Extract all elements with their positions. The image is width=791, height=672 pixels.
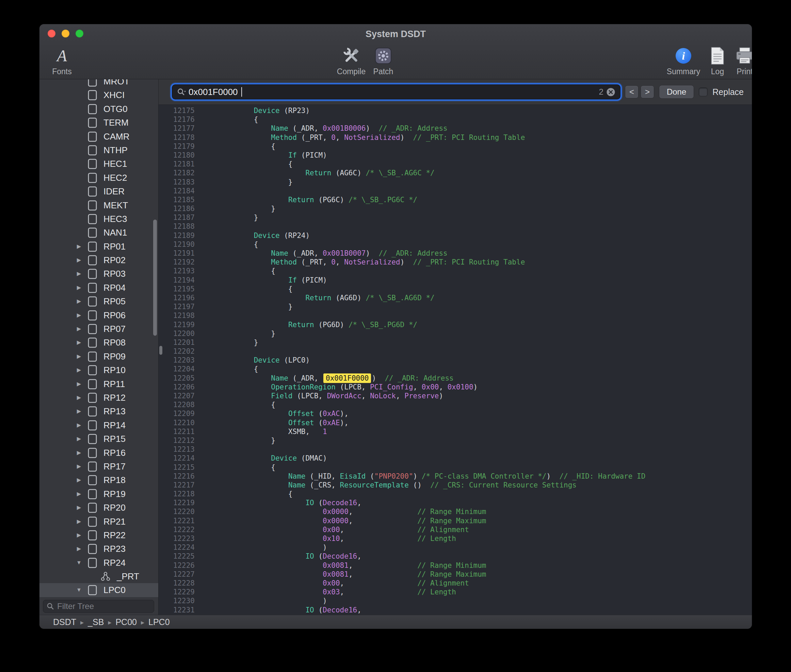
sidebar-item-rp22[interactable]: ▶ RP22 — [40, 528, 158, 542]
disclosure-triangle[interactable]: ▶ — [74, 501, 84, 514]
sidebar-item-rp15[interactable]: ▶ RP15 — [40, 432, 158, 446]
line-number: 12178 — [158, 133, 195, 142]
line-number: 12196 — [158, 293, 195, 302]
filter-tree-field[interactable]: Filter Tree — [43, 600, 154, 613]
disclosure-triangle[interactable]: ▶ — [74, 391, 84, 405]
sidebar-item-_prt[interactable]: _PRT — [40, 570, 158, 583]
previous-match-button[interactable]: < — [625, 85, 639, 98]
disclosure-triangle[interactable]: ▶ — [74, 267, 84, 280]
code-text: Name (_ADR, 0x001B0007) // _ADR: Address — [195, 249, 447, 258]
disclosure-triangle[interactable]: ▼ — [74, 583, 84, 597]
breadcrumb-item-_sb[interactable]: _SB — [88, 617, 104, 627]
sidebar-item-rp11[interactable]: ▶ RP11 — [40, 377, 158, 391]
line-number: 12211 — [158, 427, 195, 436]
disclosure-triangle[interactable]: ▶ — [74, 253, 84, 267]
sidebar-item-nan1[interactable]: NAN1 — [40, 226, 158, 239]
sidebar-item-hec3[interactable]: HEC3 — [40, 212, 158, 226]
sidebar-item-rp03[interactable]: ▶ RP03 — [40, 267, 158, 280]
breadcrumb-item-pc00[interactable]: PC00 — [115, 617, 137, 627]
disclosure-triangle[interactable]: ▶ — [74, 487, 84, 501]
replace-checkbox[interactable] — [699, 88, 708, 96]
line-number: 12220 — [158, 507, 195, 516]
disclosure-triangle[interactable]: ▶ — [74, 309, 84, 322]
code-editor[interactable]: 12175 Device (RP23)12176 {12177 Name (_A… — [158, 105, 752, 615]
fonts-button[interactable]: A Fonts — [45, 45, 79, 76]
compile-button[interactable]: Compile — [334, 45, 368, 76]
line-number: 12186 — [158, 204, 195, 213]
code-text: Return (AG6C) /* \_SB_.AG6C */ — [195, 168, 435, 178]
sidebar-item-rp09[interactable]: ▶ RP09 — [40, 350, 158, 363]
disclosure-triangle[interactable]: ▶ — [74, 542, 84, 555]
sidebar-item-rp19[interactable]: ▶ RP19 — [40, 487, 158, 501]
disclosure-triangle[interactable]: ▶ — [74, 240, 84, 253]
sidebar-item-rp06[interactable]: ▶ RP06 — [40, 309, 158, 322]
disclosure-triangle[interactable]: ▶ — [74, 377, 84, 391]
disclosure-triangle[interactable]: ▶ — [74, 418, 84, 432]
breadcrumb-item-dsdt[interactable]: DSDT — [53, 617, 76, 627]
disclosure-triangle[interactable]: ▶ — [74, 336, 84, 349]
disclosure-triangle[interactable]: ▼ — [74, 556, 84, 570]
scope-icon — [88, 242, 97, 252]
disclosure-triangle[interactable]: ▶ — [74, 515, 84, 528]
disclosure-triangle[interactable]: ▶ — [74, 528, 84, 542]
code-line: 12218 { — [158, 490, 752, 498]
code-text: Field (LPCB, DWordAcc, NoLock, Preserve) — [195, 392, 443, 400]
disclosure-triangle[interactable]: ▶ — [74, 446, 84, 459]
sidebar-scrollbar-thumb[interactable] — [153, 219, 157, 336]
sidebar-item-rp10[interactable]: ▶ RP10 — [40, 363, 158, 377]
sidebar-item-camr[interactable]: CAMR — [40, 130, 158, 143]
sidebar-item-label: NAN1 — [104, 226, 127, 239]
print-button[interactable]: Print — [728, 45, 752, 76]
disclosure-triangle[interactable]: ▶ — [74, 473, 84, 487]
sidebar-item-rp21[interactable]: ▶ RP21 — [40, 515, 158, 528]
sidebar-item-hec1[interactable]: HEC1 — [40, 157, 158, 171]
replace-label: Replace — [713, 87, 744, 97]
sidebar-item-label: RP06 — [104, 309, 126, 322]
sidebar-item-rp01[interactable]: ▶ RP01 — [40, 240, 158, 253]
sidebar-item-rp14[interactable]: ▶ RP14 — [40, 418, 158, 432]
breadcrumb-separator: ▸ — [108, 618, 111, 626]
search-field[interactable]: 0x001F0000 2 — [172, 85, 620, 99]
sidebar-item-rp05[interactable]: ▶ RP05 — [40, 294, 158, 308]
disclosure-triangle[interactable]: ▶ — [74, 350, 84, 363]
sidebar-item-rp23[interactable]: ▶ RP23 — [40, 542, 158, 555]
sidebar-item-ider[interactable]: IDER — [40, 184, 158, 198]
sidebar-item-rp18[interactable]: ▶ RP18 — [40, 473, 158, 487]
done-button[interactable]: Done — [659, 85, 694, 99]
sidebar-item-term[interactable]: TERM — [40, 116, 158, 130]
sidebar-item-rp02[interactable]: ▶ RP02 — [40, 253, 158, 267]
patch-button[interactable]: Patch — [366, 45, 400, 76]
disclosure-triangle[interactable]: ▶ — [74, 322, 84, 336]
sidebar-item-mekt[interactable]: MEKT — [40, 198, 158, 212]
sidebar-item-rp12[interactable]: ▶ RP12 — [40, 391, 158, 405]
editor-scroll-indicator[interactable] — [159, 346, 162, 355]
sidebar-item-rp24[interactable]: ▼ RP24 — [40, 556, 158, 570]
clear-search-button[interactable] — [606, 88, 615, 97]
line-number: 12176 — [158, 115, 195, 124]
summary-button[interactable]: i Summary — [666, 45, 700, 76]
sidebar-item-rp04[interactable]: ▶ RP04 — [40, 281, 158, 294]
sidebar-item-rp08[interactable]: ▶ RP08 — [40, 336, 158, 349]
disclosure-triangle[interactable]: ▶ — [74, 405, 84, 418]
disclosure-triangle[interactable]: ▶ — [74, 363, 84, 377]
sidebar-item-nthp[interactable]: NTHP — [40, 143, 158, 157]
code-line: 12224 ) — [158, 543, 752, 552]
breadcrumb-item-lpc0[interactable]: LPC0 — [149, 617, 170, 627]
disclosure-triangle[interactable]: ▶ — [74, 294, 84, 308]
sidebar-item-rp13[interactable]: ▶ RP13 — [40, 405, 158, 418]
sidebar-item-rp07[interactable]: ▶ RP07 — [40, 322, 158, 336]
disclosure-triangle[interactable]: ▶ — [74, 281, 84, 294]
sidebar-item-rp17[interactable]: ▶ RP17 — [40, 459, 158, 473]
sidebar-item-label: CAMR — [104, 130, 130, 143]
sidebar-item-otg0[interactable]: OTG0 — [40, 102, 158, 116]
sidebar-item-xhci[interactable]: XHCI — [40, 88, 158, 102]
sidebar-item-mrot[interactable]: MROT — [40, 79, 158, 88]
disclosure-triangle[interactable]: ▶ — [74, 459, 84, 473]
code-line: 12215 { — [158, 463, 752, 472]
sidebar-item-hec2[interactable]: HEC2 — [40, 171, 158, 184]
sidebar-item-rp16[interactable]: ▶ RP16 — [40, 446, 158, 459]
disclosure-triangle[interactable]: ▶ — [74, 432, 84, 446]
sidebar-item-lpc0[interactable]: ▼ LPC0 — [40, 583, 158, 597]
next-match-button[interactable]: > — [641, 85, 654, 98]
sidebar-item-rp20[interactable]: ▶ RP20 — [40, 501, 158, 514]
